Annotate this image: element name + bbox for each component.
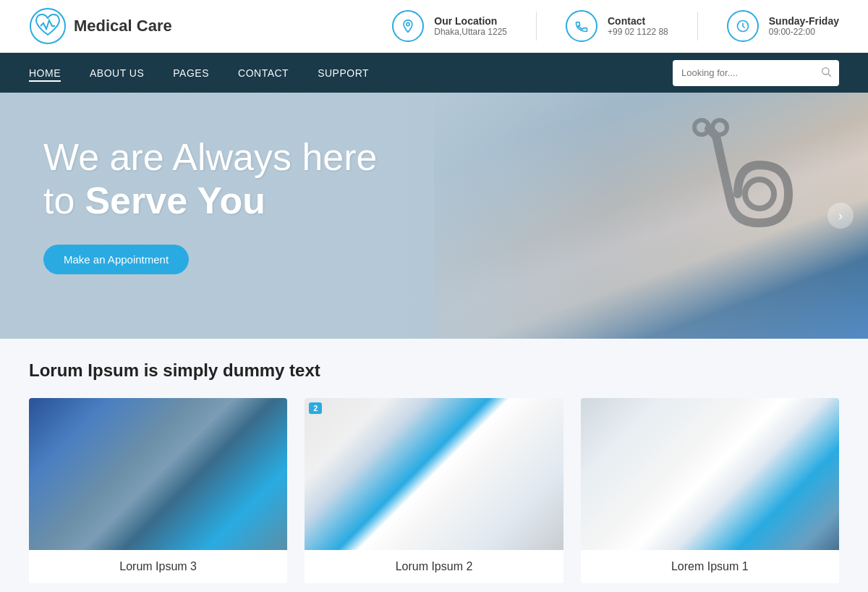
card-badge-2: 2 — [309, 402, 322, 414]
phone-icon-wrap — [566, 10, 597, 42]
card-caption-2: Lorum Ipsum 2 — [305, 550, 563, 583]
search-button[interactable] — [813, 66, 839, 80]
card-image-3 — [581, 398, 839, 550]
nav-link-pages[interactable]: PAGES — [173, 67, 209, 79]
nav-link-contact[interactable]: CONTACT — [238, 67, 289, 79]
logo-icon — [29, 7, 67, 45]
cards-grid: Lorum Ipsum 3 2 Lorum Ipsum 2 Lorem Ipsu… — [29, 398, 839, 583]
svg-point-3 — [822, 67, 829, 74]
top-info: Our Location Dhaka,Uttara 1225 Contact +… — [392, 10, 839, 42]
nav-links: HOME ABOUT US PAGES CONTACT SUPPORT — [29, 67, 369, 80]
content-section: Lorum Ipsum is simply dummy text Lorum I… — [0, 339, 868, 592]
card-image-2 — [305, 398, 563, 550]
clock-icon-wrap — [727, 10, 759, 42]
phone-icon — [574, 19, 589, 33]
hero-next-arrow[interactable]: › — [827, 203, 854, 229]
contact-info: Contact +99 02 1122 88 — [566, 10, 668, 42]
svg-line-4 — [828, 74, 831, 77]
nav-item-about[interactable]: ABOUT US — [90, 67, 144, 80]
hours-value: 09:00-22:00 — [769, 27, 839, 37]
logo[interactable]: Medical Care — [29, 7, 172, 45]
logo-medical: Medical — [74, 17, 132, 35]
nav-item-pages[interactable]: PAGES — [173, 67, 209, 80]
hero-title-line2-light: to — [43, 179, 75, 223]
card-3: Lorem Ipsum 1 — [581, 398, 839, 583]
location-icon — [401, 19, 415, 33]
nav-link-about[interactable]: ABOUT US — [90, 67, 144, 79]
card-image-1 — [29, 398, 287, 550]
card-caption-3: Lorem Ipsum 1 — [581, 550, 839, 583]
logo-text: Medical Care — [74, 17, 172, 35]
location-icon-wrap — [392, 10, 424, 42]
divider-1 — [536, 12, 537, 41]
search-icon — [820, 66, 832, 77]
location-info: Our Location Dhaka,Uttara 1225 — [392, 10, 507, 42]
navbar: HOME ABOUT US PAGES CONTACT SUPPORT — [0, 53, 868, 93]
hero-title-line1: We are Always here — [43, 136, 825, 179]
contact-label: Contact — [608, 15, 668, 27]
clock-icon — [736, 19, 750, 33]
search-input[interactable] — [673, 67, 813, 78]
nav-item-contact[interactable]: CONTACT — [238, 67, 289, 80]
card-2: 2 Lorum Ipsum 2 — [305, 398, 563, 583]
card-1: Lorum Ipsum 3 — [29, 398, 287, 583]
divider-2 — [697, 12, 698, 41]
hero-section: We are Always here to Serve You Make an … — [0, 93, 868, 339]
contact-value: +99 02 1122 88 — [608, 27, 668, 37]
hours-label: Sunday-Friday — [769, 15, 839, 27]
nav-item-home[interactable]: HOME — [29, 67, 61, 80]
location-label: Our Location — [434, 15, 507, 27]
hero-title-line2-bold: Serve You — [85, 179, 265, 223]
top-bar: Medical Care Our Location Dhaka,Uttara 1… — [0, 0, 868, 53]
nav-item-support[interactable]: SUPPORT — [318, 67, 369, 80]
nav-link-support[interactable]: SUPPORT — [318, 67, 369, 79]
search-box[interactable] — [673, 60, 839, 86]
appointment-button[interactable]: Make an Appointment — [43, 245, 189, 274]
hero-content: We are Always here to Serve You Make an … — [0, 93, 868, 318]
card-caption-1: Lorum Ipsum 3 — [29, 550, 287, 583]
svg-point-1 — [407, 22, 409, 25]
section-title: Lorum Ipsum is simply dummy text — [29, 360, 839, 381]
logo-care: Care — [132, 17, 172, 35]
hours-info: Sunday-Friday 09:00-22:00 — [727, 10, 839, 42]
nav-link-home[interactable]: HOME — [29, 67, 61, 82]
location-value: Dhaka,Uttara 1225 — [434, 27, 507, 37]
